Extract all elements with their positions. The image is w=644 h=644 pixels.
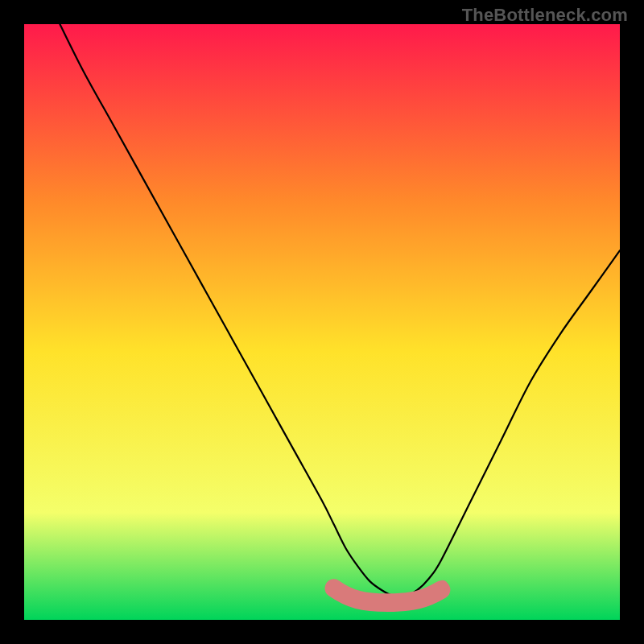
plot-area (24, 24, 620, 620)
chart-svg (24, 24, 620, 620)
chart-frame: TheBottleneck.com (0, 0, 644, 644)
watermark-text: TheBottleneck.com (462, 5, 628, 26)
gradient-background (24, 24, 620, 620)
optimal-range-end-dot (438, 580, 448, 590)
